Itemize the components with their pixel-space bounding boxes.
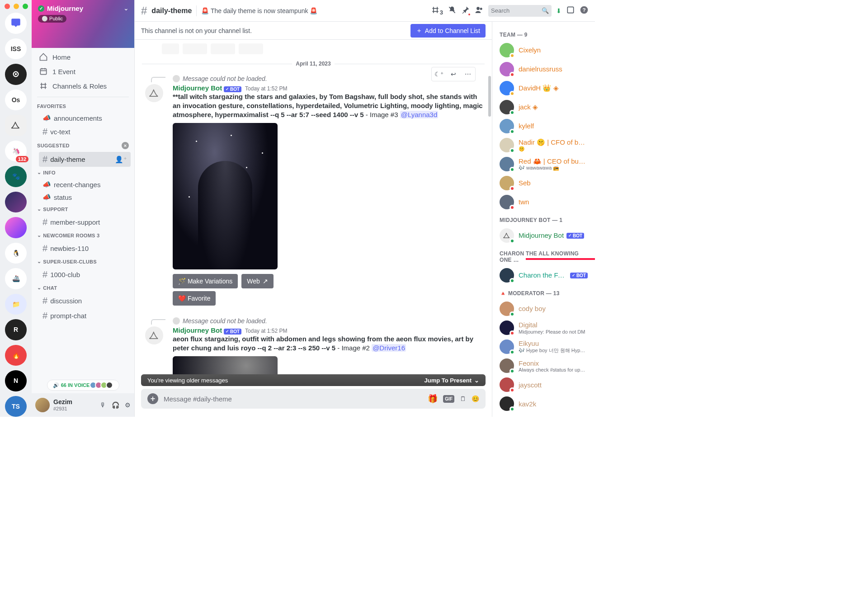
search-input[interactable]: Search🔍 xyxy=(488,5,552,17)
web-button[interactable]: Web ↗ xyxy=(241,274,274,288)
username: Gezim xyxy=(53,399,72,405)
channel-prompt-chat[interactable]: #prompt-chat xyxy=(39,308,131,323)
gift-icon[interactable]: 🎁 xyxy=(428,394,438,404)
nav-event[interactable]: 1 Event xyxy=(35,64,131,79)
member-item[interactable]: Red 🦀 | CEO of bugs 🐛🎶 wawawawa 📻 xyxy=(496,155,591,174)
category-info[interactable]: ⌄ INFO xyxy=(35,167,131,178)
channel-vc-text[interactable]: #vc-text xyxy=(39,124,131,139)
add-to-channel-list-button[interactable]: ＋ Add to Channel List xyxy=(410,24,486,38)
member-item[interactable]: Seb xyxy=(496,174,591,193)
nav-home[interactable]: Home xyxy=(35,50,131,64)
server-icon[interactable] xyxy=(5,64,27,85)
pin-icon[interactable] xyxy=(461,5,470,16)
server-iss[interactable]: ISS xyxy=(5,38,27,60)
member-item[interactable]: Nadir 🤫 | CFO of bug…🤫 xyxy=(496,136,591,155)
channel-newbies[interactable]: #newbies-110 xyxy=(39,241,131,256)
server-folder[interactable]: 📁 xyxy=(5,294,27,315)
older-messages-bar: You're viewing older messages Jump To Pr… xyxy=(141,374,486,386)
members-icon[interactable] xyxy=(475,5,484,16)
gear-icon[interactable]: ⚙ xyxy=(125,401,131,409)
server-paw[interactable]: 🐾 xyxy=(5,166,27,187)
channel-1000-club[interactable]: #1000-club xyxy=(39,267,131,282)
avatar[interactable] xyxy=(145,326,163,344)
message-composer[interactable]: + Message #daily-theme 🎁 GIF 🗒 😊 xyxy=(141,389,486,409)
member-item[interactable]: cody boy xyxy=(496,299,591,318)
headphones-icon[interactable]: 🎧 xyxy=(112,401,119,409)
member-item[interactable]: twn xyxy=(496,193,591,212)
avatar[interactable] xyxy=(145,84,163,102)
member-midjourney-bot[interactable]: Midjourney BotBOT xyxy=(496,226,591,245)
server-gradient[interactable] xyxy=(5,192,27,213)
server-midjourney[interactable] xyxy=(5,115,27,136)
server-banner[interactable]: ✓Midjourney ⚪ Public ⌄ xyxy=(32,0,134,48)
message-author[interactable]: Midjourney Bot xyxy=(173,84,222,92)
member-charon[interactable]: Charon the FAQ …BOT xyxy=(496,266,591,285)
attach-icon[interactable]: + xyxy=(147,393,158,404)
server-ship[interactable]: 🚢 xyxy=(5,268,27,289)
channel-member-support[interactable]: #member-support xyxy=(39,215,131,230)
server-unicorn[interactable]: 🦄132 xyxy=(5,141,27,162)
server-dm[interactable] xyxy=(5,13,27,34)
server-n[interactable]: N xyxy=(5,370,27,391)
react-icon[interactable]: ☾⁺ xyxy=(432,67,446,81)
member-item[interactable]: Cixelyn xyxy=(496,41,591,60)
message-author[interactable]: Midjourney Bot xyxy=(173,326,222,334)
scrollbar-thumb[interactable] xyxy=(488,76,491,117)
window-controls[interactable] xyxy=(5,4,28,9)
generated-image[interactable] xyxy=(173,356,278,374)
channel-discussion[interactable]: #discussion xyxy=(39,293,131,308)
member-item[interactable]: jack ◈ xyxy=(496,98,591,117)
voice-pill[interactable]: 🔊 66 IN VOICE xyxy=(47,380,119,391)
message-timestamp: Today at 1:52 PM xyxy=(245,328,287,334)
member-item[interactable]: kav2k xyxy=(496,394,591,413)
member-item[interactable]: jayscott xyxy=(496,375,591,394)
inbox-icon[interactable] xyxy=(566,5,575,16)
member-item[interactable]: danielrussruss xyxy=(496,60,591,79)
sticker-icon[interactable]: 🗒 xyxy=(460,395,466,402)
generated-image[interactable] xyxy=(173,123,278,269)
channel-recent-changes[interactable]: 📣 recent-changes xyxy=(39,178,131,191)
channel-announcements[interactable]: 📣 announcements xyxy=(39,112,131,124)
server-flame[interactable]: 🔥 xyxy=(5,345,27,366)
emoji-icon[interactable]: 😊 xyxy=(472,395,479,402)
favorite-button[interactable]: ❤️ Favorite xyxy=(173,291,216,306)
inbox-download-icon[interactable]: ⬇ xyxy=(556,7,561,14)
server-tux[interactable]: 🐧 xyxy=(5,243,27,264)
reply-icon[interactable]: ↩ xyxy=(446,67,461,81)
help-icon[interactable]: ? xyxy=(580,5,589,16)
avatar[interactable] xyxy=(35,398,50,412)
mic-icon[interactable]: 🎙 xyxy=(100,401,106,409)
server-r[interactable]: R xyxy=(5,319,27,340)
category-chat[interactable]: ⌄ CHAT xyxy=(35,282,131,293)
member-item[interactable]: DigitalMidjourney: Please do not DM xyxy=(496,318,591,337)
gif-icon[interactable]: GIF xyxy=(443,395,454,403)
member-item[interactable]: kylelf xyxy=(496,117,591,136)
svg-point-4 xyxy=(480,8,482,10)
member-item[interactable]: Eikyuu🎶 Hype boy 너만 원해 Hype b… xyxy=(496,337,591,356)
server-os[interactable]: Os xyxy=(5,90,27,111)
member-item[interactable]: DavidH 👑 ◈ xyxy=(496,79,591,98)
chevron-down-icon[interactable]: ⌄ xyxy=(123,5,129,12)
bell-mute-icon[interactable] xyxy=(448,5,457,16)
make-variations-button[interactable]: 🪄 Make Variations xyxy=(173,274,238,288)
channel-daily-theme[interactable]: #daily-theme👤⁺ xyxy=(39,152,131,167)
channel-status[interactable]: 📣 status xyxy=(39,191,131,203)
svg-point-1 xyxy=(15,73,17,75)
jump-to-present-button[interactable]: Jump To Present ⌄ xyxy=(424,377,479,384)
mention[interactable]: @Lyanna3d xyxy=(400,111,439,118)
message-timestamp: Today at 1:52 PM xyxy=(245,85,287,92)
category-support[interactable]: ⌄ SUPPORT xyxy=(35,203,131,215)
threads-icon[interactable]: 3 xyxy=(431,5,443,16)
server-anime[interactable] xyxy=(5,217,27,238)
category-superuser[interactable]: ⌄ SUPER-USER-CLUBS xyxy=(35,256,131,267)
mention[interactable]: @Driver16 xyxy=(372,344,406,352)
more-icon[interactable]: ⋯ xyxy=(461,67,475,81)
category-newcomer[interactable]: ⌄ NEWCOMER ROOMS 3 xyxy=(35,230,131,241)
category-suggested[interactable]: SUGGESTED× xyxy=(35,139,131,152)
category-favorites[interactable]: FAVORITES xyxy=(35,101,131,112)
member-item[interactable]: FeonixAlways check #status for upd… xyxy=(496,356,591,375)
add-person-icon[interactable]: 👤⁺ xyxy=(115,156,127,164)
nav-channels-roles[interactable]: Channels & Roles xyxy=(35,79,131,93)
close-icon[interactable]: × xyxy=(122,142,129,149)
server-ts[interactable]: TS xyxy=(5,396,27,417)
